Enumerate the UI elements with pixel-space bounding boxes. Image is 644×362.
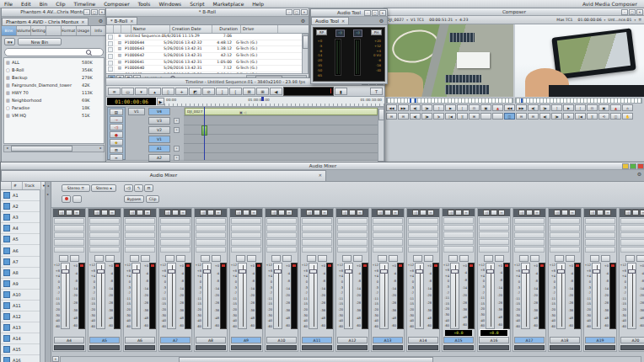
mark-clip-icon[interactable]: ][ bbox=[457, 113, 468, 120]
render-slider[interactable]: ▮ bbox=[335, 88, 347, 95]
blank-icon[interactable] bbox=[480, 113, 491, 120]
mark-out-icon[interactable]: ] bbox=[216, 88, 228, 95]
blank-button[interactable] bbox=[526, 210, 533, 216]
rew-icon[interactable]: ◀◀ bbox=[504, 104, 515, 111]
fader-handle[interactable] bbox=[309, 269, 317, 274]
mark-in-icon[interactable]: [ bbox=[457, 104, 468, 111]
record-monitor[interactable] bbox=[513, 24, 644, 97]
scroll-left-icon[interactable]: ◂ bbox=[4, 146, 10, 150]
strip-track-button[interactable]: A16 bbox=[479, 337, 509, 343]
table-row[interactable]: ▤ P1000640 5/26/2016 13:42:31 7:12 G-Tec… bbox=[106, 66, 309, 72]
track-button-v4[interactable]: V4 bbox=[148, 108, 170, 115]
track-enable-checkbox[interactable] bbox=[3, 225, 10, 232]
speaker-icon[interactable]: ◁) bbox=[448, 210, 454, 216]
mixer-track-row[interactable]: A3 bbox=[1, 212, 45, 223]
mixer-track-row[interactable]: A15 bbox=[1, 344, 45, 355]
frame-fwd-icon[interactable]: |▶ bbox=[539, 104, 550, 111]
menu-item[interactable]: Windows bbox=[154, 1, 185, 7]
volume-fader[interactable] bbox=[273, 263, 282, 329]
track-enable-checkbox[interactable] bbox=[3, 203, 10, 210]
mixer-track-row[interactable]: A14 bbox=[1, 333, 45, 344]
mixer-hscrollbar[interactable] bbox=[60, 356, 641, 362]
strip-track-button[interactable]: A8 bbox=[196, 337, 226, 343]
close-icon[interactable]: ✕ bbox=[636, 9, 643, 15]
lane-a1[interactable] bbox=[184, 144, 379, 153]
frame-back-icon[interactable]: ◀| bbox=[410, 113, 421, 120]
pan-icon[interactable]: ↔ bbox=[463, 210, 470, 216]
mixer-tab[interactable]: Audio Mixer✕ bbox=[1, 170, 326, 181]
pan-icon[interactable]: ↔ bbox=[357, 210, 363, 216]
overwrite-icon[interactable]: ▣ bbox=[598, 104, 609, 111]
column-drive[interactable]: Drive bbox=[241, 25, 278, 33]
bin-list-item[interactable]: ▢ B-Roll 354K bbox=[4, 66, 104, 73]
blank-button[interactable] bbox=[243, 210, 250, 216]
strip-track-button[interactable]: A12 bbox=[337, 337, 368, 343]
menu-item[interactable]: Edit bbox=[17, 1, 35, 7]
blank-button[interactable] bbox=[314, 210, 320, 216]
mixer-list-scrollbar[interactable] bbox=[40, 189, 45, 362]
volume-fader[interactable] bbox=[202, 263, 212, 329]
link-icon[interactable]: ⊟ bbox=[528, 113, 539, 120]
source-track-label[interactable]: V1 TC1 bbox=[408, 18, 427, 22]
menu-item[interactable]: Clip bbox=[51, 1, 69, 7]
pan-icon[interactable]: ↔ bbox=[427, 210, 434, 216]
pan-icon[interactable]: ↔ bbox=[498, 210, 505, 216]
strip-track-button[interactable]: A11 bbox=[302, 337, 332, 343]
blank-button[interactable] bbox=[66, 210, 72, 216]
blank-button[interactable] bbox=[349, 210, 356, 216]
table-row[interactable]: ▤ P1000643 5/26/2016 13:42:31 1:38:12 G-… bbox=[106, 46, 309, 53]
frame-fwd-icon[interactable]: |▶ bbox=[421, 104, 432, 111]
maximize-icon[interactable]: □ bbox=[372, 10, 378, 16]
track-enable-checkbox[interactable] bbox=[3, 346, 10, 353]
lane-v2[interactable] bbox=[184, 125, 379, 135]
mixer-track-row[interactable]: A5 bbox=[1, 234, 45, 245]
fader-handle[interactable] bbox=[274, 269, 282, 274]
go-start-icon[interactable]: |◀ bbox=[445, 113, 456, 120]
menu-item[interactable]: Tools bbox=[134, 1, 155, 7]
blank-button[interactable] bbox=[137, 210, 143, 216]
minimize-icon[interactable]: – bbox=[621, 9, 628, 15]
mixer-track-row[interactable]: A10 bbox=[1, 290, 45, 301]
project-titlebar[interactable]: Phantom 4 AV...Chris Montux –□✕ bbox=[2, 8, 106, 17]
strip-track-button[interactable]: A6 bbox=[125, 337, 155, 343]
chevron-down-icon[interactable]: ▾ bbox=[41, 182, 45, 189]
track-enable-checkbox[interactable] bbox=[3, 192, 10, 199]
volume-fader[interactable] bbox=[379, 263, 389, 329]
bin-vscrollbar[interactable] bbox=[302, 34, 309, 73]
menu-item[interactable]: Composer bbox=[99, 1, 133, 7]
pan-icon[interactable]: ↔ bbox=[144, 210, 151, 216]
chevron-up-icon[interactable]: ▴ bbox=[148, 88, 161, 95]
speaker-icon[interactable]: ◁) bbox=[589, 210, 596, 216]
maximize-icon[interactable]: □ bbox=[91, 9, 98, 15]
track-enable-checkbox[interactable] bbox=[3, 236, 10, 242]
volume-fader[interactable] bbox=[521, 263, 530, 329]
record-clip-menu[interactable]: Unt...nce.01 bbox=[605, 18, 634, 22]
gear-icon[interactable]: ⚙ bbox=[636, 171, 643, 178]
maximize-icon[interactable]: □ bbox=[629, 9, 636, 15]
record-button[interactable] bbox=[62, 195, 71, 203]
fader-handle[interactable] bbox=[239, 269, 246, 274]
composer-titlebar[interactable]: Composer –□✕ bbox=[384, 8, 644, 16]
menu-item[interactable]: Marketplace bbox=[209, 1, 249, 7]
link-icon[interactable]: ⊟ bbox=[144, 184, 153, 192]
grid-icon[interactable]: ⊞ bbox=[256, 88, 269, 95]
speaker-icon[interactable]: ◁) bbox=[94, 210, 100, 216]
mixer-titlebar[interactable]: Audio Mixer bbox=[1, 162, 644, 170]
row-checkbox[interactable] bbox=[106, 72, 115, 73]
bin-list-item[interactable]: ▢ Paradise 18K bbox=[4, 104, 104, 111]
frame-back-icon[interactable]: ◀| bbox=[528, 104, 539, 111]
volume-fader[interactable] bbox=[309, 263, 318, 329]
blank-button[interactable] bbox=[455, 210, 462, 216]
speaker-icon[interactable]: ◁) bbox=[200, 210, 207, 216]
speaker-icon[interactable]: ◁) bbox=[377, 210, 384, 216]
speaker-icon[interactable]: ◁) bbox=[554, 210, 561, 216]
peak-hold-button[interactable]: PH bbox=[371, 29, 382, 35]
track-enable-checkbox[interactable] bbox=[3, 313, 10, 320]
gear-icon[interactable]: ⚙ bbox=[97, 18, 105, 24]
minimize-icon[interactable]: – bbox=[83, 9, 90, 15]
blank-button[interactable] bbox=[491, 210, 497, 216]
pan-icon[interactable]: ↔ bbox=[109, 210, 115, 216]
menu-item[interactable]: Timeline bbox=[70, 1, 100, 7]
mixer-track-row[interactable]: A11 bbox=[1, 301, 45, 311]
track-enable-checkbox[interactable] bbox=[3, 291, 10, 298]
